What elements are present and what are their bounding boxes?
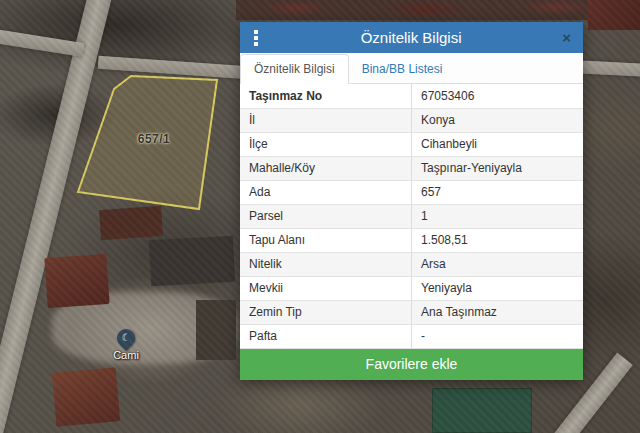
row-value: Konya bbox=[412, 108, 584, 132]
attribute-table: Taşınmaz No 67053406 İl Konya İlçe Cihan… bbox=[240, 84, 583, 349]
row-value: Arsa bbox=[412, 252, 584, 276]
cami-map-label: Cami bbox=[96, 349, 156, 361]
row-value: 1 bbox=[412, 204, 584, 228]
table-row: Pafta - bbox=[240, 324, 583, 348]
table-row: Taşınmaz No 67053406 bbox=[240, 84, 583, 108]
cami-map-pin[interactable]: ☾ bbox=[113, 325, 138, 350]
row-value: 657 bbox=[412, 180, 584, 204]
table-row: Zemin Tip Ana Taşınmaz bbox=[240, 300, 583, 324]
kebab-menu-icon[interactable] bbox=[248, 26, 264, 50]
table-row: Mahalle/Köy Taşpınar-Yeniyayla bbox=[240, 156, 583, 180]
table-row: Nitelik Arsa bbox=[240, 252, 583, 276]
table-row: Mevkii Yeniyayla bbox=[240, 276, 583, 300]
table-row: İl Konya bbox=[240, 108, 583, 132]
modal-title: Öznitelik Bilgisi bbox=[264, 29, 558, 46]
row-label: İl bbox=[240, 108, 412, 132]
row-value: Taşpınar-Yeniyayla bbox=[412, 156, 584, 180]
row-label: Taşınmaz No bbox=[240, 84, 412, 108]
row-label: Mevkii bbox=[240, 276, 412, 300]
table-row: Parsel 1 bbox=[240, 204, 583, 228]
row-value: Cihanbeyli bbox=[412, 132, 584, 156]
row-label: Nitelik bbox=[240, 252, 412, 276]
row-label: Ada bbox=[240, 180, 412, 204]
row-label: Zemin Tip bbox=[240, 300, 412, 324]
tab-oznitelik-bilgisi[interactable]: Öznitelik Bilgisi bbox=[240, 54, 349, 84]
row-label: Tapu Alanı bbox=[240, 228, 412, 252]
row-label: İlçe bbox=[240, 132, 412, 156]
row-value: 67053406 bbox=[412, 84, 584, 108]
parcel-label: 657/1 bbox=[132, 132, 176, 146]
table-row: İlçe Cihanbeyli bbox=[240, 132, 583, 156]
add-to-favorites-button[interactable]: Favorilere ekle bbox=[240, 349, 583, 380]
row-label: Pafta bbox=[240, 324, 412, 348]
app-window: 657/1 ☾ Cami Öznitelik Bilgisi × Öznitel… bbox=[0, 0, 640, 433]
close-icon[interactable]: × bbox=[558, 28, 575, 47]
tab-bar: Öznitelik Bilgisi Bina/BB Listesi bbox=[240, 53, 583, 84]
row-value: 1.508,51 bbox=[412, 228, 584, 252]
attribute-info-modal: Öznitelik Bilgisi × Öznitelik Bilgisi Bi… bbox=[240, 22, 583, 380]
table-row: Tapu Alanı 1.508,51 bbox=[240, 228, 583, 252]
row-value: Yeniyayla bbox=[412, 276, 584, 300]
row-label: Parsel bbox=[240, 204, 412, 228]
tab-bina-bb-listesi[interactable]: Bina/BB Listesi bbox=[349, 55, 456, 83]
modal-header: Öznitelik Bilgisi × bbox=[240, 22, 583, 53]
row-value: Ana Taşınmaz bbox=[412, 300, 584, 324]
table-row: Ada 657 bbox=[240, 180, 583, 204]
crescent-icon: ☾ bbox=[117, 329, 135, 347]
row-value: - bbox=[412, 324, 584, 348]
row-label: Mahalle/Köy bbox=[240, 156, 412, 180]
